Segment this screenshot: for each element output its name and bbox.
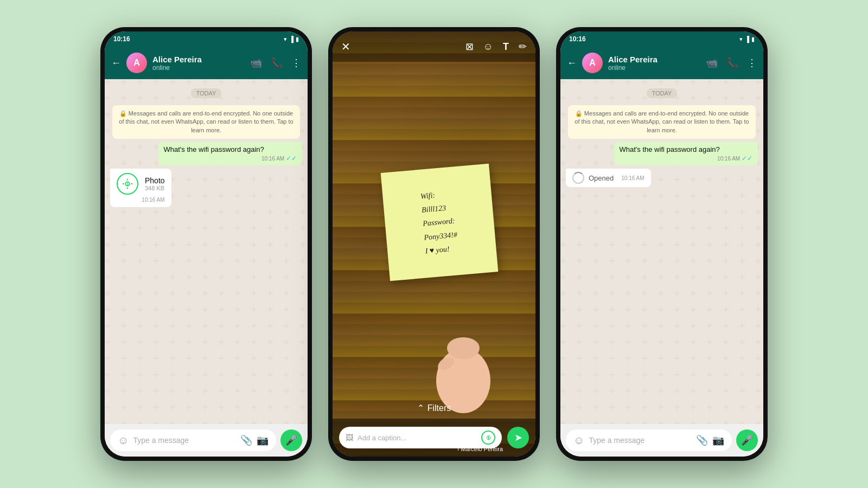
caption-placeholder: Add a caption...	[358, 434, 477, 442]
recipient-label: › Marcelo Pereira	[457, 446, 503, 452]
status-bar-right: 10:16 ▾ ▐ ▮	[560, 31, 763, 47]
phone-right: 10:16 ▾ ▐ ▮ ← A Alice Pereira online 📹 📞…	[556, 27, 768, 461]
video-call-icon-right[interactable]: 📹	[706, 57, 718, 69]
video-call-icon-left[interactable]: 📹	[250, 57, 262, 69]
wifi-icon-right: ▾	[739, 36, 743, 43]
contact-status-right: online	[608, 64, 700, 72]
message-input-left[interactable]: ☺ Type a message 📎 📷	[110, 429, 276, 451]
caption-bar: 🖼 Add a caption... ① ➤ › Marcelo Pereira	[333, 419, 535, 457]
mic-icon-right: 🎤	[741, 434, 753, 446]
status-time-left: 10:16	[113, 35, 130, 43]
status-bar-middle	[333, 31, 535, 44]
opened-time-right: 10:16 AM	[621, 175, 644, 181]
header-actions-left: 📹 📞 ⋮	[250, 57, 301, 69]
date-badge-right: TODAY	[647, 88, 678, 98]
attachment-icon-right[interactable]: 📎	[696, 434, 708, 446]
opened-spinner	[572, 172, 584, 184]
contact-name-right: Alice Pereira	[608, 55, 700, 64]
send-icon: ➤	[514, 432, 522, 444]
chevron-up-icon: ⌃	[417, 403, 424, 413]
chat-header-right: ← A Alice Pereira online 📹 📞 ⋮	[560, 47, 763, 79]
one-time-badge: ①	[481, 431, 495, 445]
camera-icon-left[interactable]: 📷	[257, 434, 269, 446]
photo-info: Photo 348 KB	[145, 176, 165, 191]
opened-message-right: Opened 10:16 AM	[566, 169, 651, 187]
voice-call-icon-left[interactable]: 📞	[271, 57, 283, 69]
mic-button-left[interactable]: 🎤	[280, 429, 302, 451]
filters-button[interactable]: ⌃ Filters	[417, 403, 451, 413]
message-input-right[interactable]: ☺ Type a message 📎 📷	[566, 429, 732, 451]
phone-left: 10:16 ▾ ▐ ▮ ← A Alice Pereira online 📹 📞…	[100, 27, 312, 461]
attachment-icon-left[interactable]: 📎	[240, 434, 252, 446]
emoji-icon-right[interactable]: ☺	[573, 434, 584, 447]
hand-svg	[414, 272, 512, 413]
avatar-right: A	[582, 53, 603, 73]
more-options-icon-left[interactable]: ⋮	[291, 57, 301, 69]
camera-icon-right[interactable]: 📷	[712, 434, 724, 446]
one-time-icon: ①	[486, 435, 491, 441]
encryption-notice-left[interactable]: 🔒 Messages and calls are end-to-end encr…	[112, 105, 300, 139]
sticky-note: Wifi: Billl123 Password: Pony334!# I ♥ y…	[381, 164, 499, 281]
status-bar-left: 10:16 ▾ ▐ ▮	[105, 31, 308, 47]
message-text-left: What's the wifi password again?	[164, 145, 264, 153]
contact-info-right: Alice Pereira online	[608, 55, 700, 72]
photo-label: Photo	[145, 176, 165, 185]
back-button-right[interactable]: ←	[567, 57, 577, 69]
battery-icon-right: ▮	[751, 36, 755, 43]
photo-bubble: 1 Photo 348 KB	[117, 173, 165, 195]
more-options-icon-right[interactable]: ⋮	[747, 57, 757, 69]
contact-info-left: Alice Pereira online	[152, 55, 245, 72]
input-bar-left: ☺ Type a message 📎 📷 🎤	[105, 424, 308, 457]
date-badge-left: TODAY	[191, 88, 222, 98]
outgoing-message-left: What's the wifi password again? 10:16 AM…	[158, 142, 303, 165]
svg-point-4	[447, 337, 480, 359]
recipient-name: Marcelo Pereira	[461, 446, 503, 452]
input-bar-right: ☺ Type a message 📎 📷 🎤	[560, 424, 763, 457]
voice-call-icon-right[interactable]: 📞	[726, 57, 738, 69]
message-text-right: What's the wifi password again?	[620, 145, 720, 153]
message-time-left: 10:16 AM ✓✓	[261, 155, 297, 162]
status-time-right: 10:16	[569, 35, 586, 43]
chat-header-left: ← A Alice Pereira online 📹 📞 ⋮	[105, 47, 308, 79]
message-placeholder-left: Type a message	[133, 436, 236, 445]
chat-body-right: TODAY 🔒 Messages and calls are end-to-en…	[560, 79, 763, 424]
double-tick-right: ✓✓	[742, 155, 752, 162]
photo-time-left: 10:16 AM	[117, 197, 165, 203]
svg-text:1: 1	[126, 182, 129, 187]
mic-button-right[interactable]: 🎤	[736, 429, 758, 451]
photo-size: 348 KB	[145, 185, 165, 191]
header-actions-right: 📹 📞 ⋮	[706, 57, 757, 69]
wifi-icon: ▾	[284, 36, 287, 43]
contact-status-left: online	[152, 64, 245, 72]
back-button-left[interactable]: ←	[111, 57, 121, 69]
opened-label: Opened	[589, 174, 614, 182]
message-time-right: 10:16 AM ✓✓	[717, 155, 752, 162]
signal-icon-right: ▐	[745, 36, 749, 42]
mic-icon-left: 🎤	[285, 434, 297, 446]
filters-label: Filters	[427, 403, 451, 413]
outgoing-message-right: What's the wifi password again? 10:16 AM…	[614, 142, 758, 165]
message-placeholder-right: Type a message	[589, 436, 692, 445]
caption-input[interactable]: 🖼 Add a caption... ①	[339, 427, 502, 448]
battery-icon: ▮	[296, 36, 299, 43]
emoji-icon-left[interactable]: ☺	[118, 434, 129, 447]
contact-name-left: Alice Pereira	[152, 55, 245, 64]
avatar-left: A	[126, 53, 147, 73]
send-button[interactable]: ➤	[507, 427, 529, 448]
filters-bar: ⌃ Filters	[333, 403, 535, 413]
double-tick-left: ✓✓	[286, 155, 297, 162]
photo-message-left[interactable]: 1 Photo 348 KB 10:16 AM	[110, 169, 171, 207]
status-icons-right: ▾ ▐ ▮	[739, 36, 755, 43]
chat-body-left: TODAY 🔒 Messages and calls are end-to-en…	[105, 79, 308, 424]
media-background: Wifi: Billl123 Password: Pony334!# I ♥ y…	[333, 31, 535, 457]
phone-middle: Wifi: Billl123 Password: Pony334!# I ♥ y…	[328, 27, 540, 461]
status-icons-left: ▾ ▐ ▮	[284, 36, 299, 43]
signal-icon: ▐	[289, 36, 293, 42]
photo-icon: 1	[117, 173, 138, 195]
chevron-right-icon: ›	[457, 446, 459, 452]
image-icon: 🖼	[346, 433, 353, 442]
encryption-notice-right[interactable]: 🔒 Messages and calls are end-to-end encr…	[568, 105, 756, 139]
sticky-note-content: Wifi: Billl123 Password: Pony334!# I ♥ y…	[420, 187, 459, 258]
